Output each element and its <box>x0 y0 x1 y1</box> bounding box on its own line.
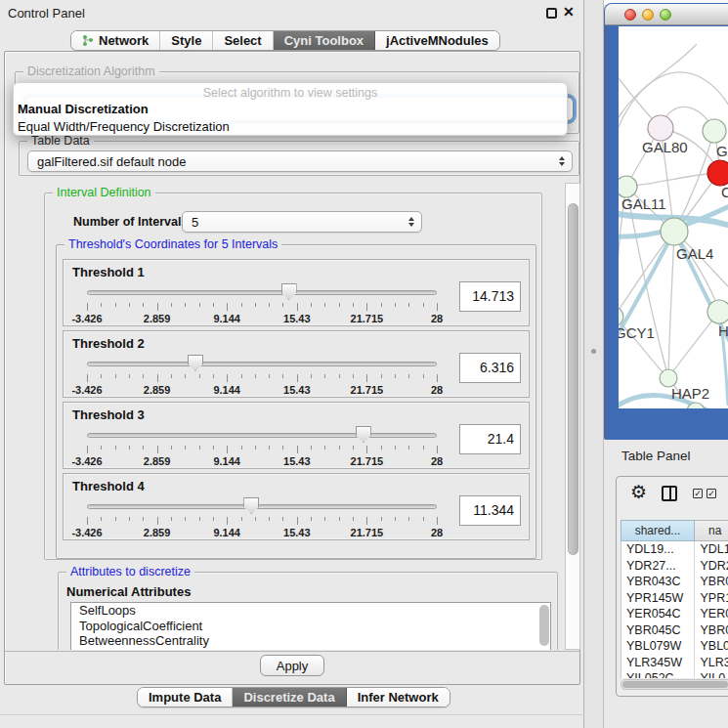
slider-ticks <box>87 374 437 382</box>
popup-option-equal-width-frequency[interactable]: Equal Width/Frequency Discretization <box>14 117 567 135</box>
threshold-slider[interactable]: -3.4262.8599.14415.4321.71528 <box>87 497 437 540</box>
tick-label: 2.859 <box>144 313 171 324</box>
network-node[interactable] <box>648 115 673 141</box>
checkbox-icon[interactable]: ✓ <box>707 489 716 498</box>
tick-mark <box>143 517 144 521</box>
apply-separator <box>5 651 579 652</box>
settings-vertical-scrollbar[interactable] <box>565 183 580 650</box>
network-canvas[interactable]: GAL80GACGAL11GAL4GCY1HHAP2 <box>619 26 728 408</box>
tick-mark <box>437 446 438 453</box>
tick-label: 15.43 <box>283 455 311 467</box>
node-attribute-table: shared... na YDL19... YDL1 YDR27... YDR2… <box>621 520 728 678</box>
tick-mark <box>185 517 186 521</box>
minimize-traffic-light[interactable] <box>642 9 654 21</box>
cell-shared-name: YBR045C <box>621 622 695 639</box>
table-row[interactable]: YDR27... YDR2 <box>621 558 728 575</box>
tab-impute-data[interactable]: Impute Data <box>138 688 233 707</box>
table-row[interactable]: YLR345W YLR3 <box>621 655 728 671</box>
slider-track[interactable] <box>87 433 437 438</box>
table-horizontal-scrollbar[interactable] <box>621 679 728 690</box>
threshold-slider[interactable]: -3.4262.8599.14415.4321.71528 <box>87 283 437 326</box>
window-titlebar[interactable] <box>605 4 728 25</box>
tick-mark <box>157 374 158 382</box>
table-data-combobox[interactable]: galFiltered.sif default node <box>27 150 573 172</box>
network-node[interactable] <box>707 300 728 323</box>
slider-track[interactable] <box>87 504 437 509</box>
tick-mark <box>366 446 367 453</box>
close-icon[interactable]: ✕ <box>563 4 575 20</box>
tick-mark <box>199 517 200 521</box>
table-panel-title: Table Panel <box>621 449 691 463</box>
node-label: H <box>718 322 728 339</box>
tick-mark <box>185 303 186 307</box>
scrollbar-thumb[interactable] <box>622 681 728 688</box>
cyni-toolbox-content: Discretization Algorithm Select algorith… <box>4 51 580 685</box>
table-row[interactable]: YIL052C YIL0 <box>621 670 728 678</box>
tick-mark <box>339 446 340 450</box>
network-node[interactable] <box>661 218 688 245</box>
number-of-intervals-combobox[interactable]: 5 <box>182 211 422 233</box>
scrollbar-thumb[interactable] <box>568 203 578 555</box>
cell-name: YBL0 <box>695 638 728 655</box>
popup-option-manual-discretization[interactable]: Manual Discretization <box>14 100 567 117</box>
cell-name: YLR3 <box>695 655 728 671</box>
numerical-attributes-list[interactable]: SelfLoopsTopologicalCoefficientBetweenne… <box>70 602 551 650</box>
network-node[interactable] <box>703 119 726 143</box>
tick-label: -3.426 <box>71 455 102 467</box>
slider-handle[interactable] <box>281 283 297 300</box>
tab-infer-network[interactable]: Infer Network <box>347 688 450 707</box>
table-row[interactable]: YBR043C YBR0 <box>621 574 728 590</box>
tick-mark <box>381 517 382 521</box>
zoom-traffic-light[interactable] <box>660 9 671 21</box>
slider-handle[interactable] <box>356 426 371 443</box>
list-scrollbar-thumb[interactable] <box>539 605 549 646</box>
table-row[interactable]: YPR145W YPR1 <box>621 590 728 607</box>
tick-mark <box>115 517 116 521</box>
tick-mark <box>408 374 409 378</box>
split-columns-icon[interactable] <box>662 486 677 501</box>
table-row[interactable]: YDL19... YDL1 <box>621 541 728 558</box>
slider-track[interactable] <box>87 362 437 366</box>
slider-track[interactable] <box>87 290 437 295</box>
threshold-value-field[interactable]: 21.4 <box>459 424 521 454</box>
group-title: Table Data <box>27 134 94 148</box>
tick-mark <box>269 374 270 378</box>
column-header-name[interactable]: na <box>695 520 728 541</box>
threshold-slider[interactable]: -3.4262.8599.14415.4321.71528 <box>87 426 437 469</box>
threshold-value-field[interactable]: 6.316 <box>459 353 521 383</box>
cell-shared-name: YDL19... <box>621 541 695 558</box>
network-node[interactable] <box>707 160 728 186</box>
attribute-item[interactable]: BetweennessCentrality <box>71 633 550 649</box>
table-row[interactable]: YER054C YER0 <box>621 606 728 622</box>
attributes-group: Attributes to discretize Numerical Attri… <box>58 572 558 650</box>
checkbox-icon[interactable]: ✓ <box>693 489 703 498</box>
table-row[interactable]: YBR045C YBR0 <box>621 622 728 639</box>
cell-name: YDL1 <box>695 541 728 558</box>
slider-handle[interactable] <box>188 355 203 371</box>
threshold-value-field[interactable]: 14.713 <box>459 281 521 312</box>
tab-discretize-data[interactable]: Discretize Data <box>233 688 346 707</box>
attribute-item[interactable]: SelfLoops <box>71 603 550 619</box>
attribute-item[interactable]: TopologicalCoefficient <box>71 619 550 634</box>
close-traffic-light[interactable] <box>624 9 636 21</box>
threshold-slider[interactable]: -3.4262.8599.14415.4321.71528 <box>87 355 437 398</box>
tab-cyni-toolbox[interactable]: Cyni Toolbox <box>274 31 375 50</box>
group-title: Attributes to discretize <box>66 565 194 578</box>
split-pane-divider[interactable] <box>584 0 604 728</box>
tab-style[interactable]: Style <box>160 31 213 50</box>
apply-button[interactable]: Apply <box>260 655 324 676</box>
tab-select[interactable]: Select <box>213 31 273 50</box>
threshold-value-field[interactable]: 11.344 <box>459 495 521 526</box>
network-node[interactable] <box>619 176 637 197</box>
tab-label: Impute Data <box>149 690 221 705</box>
tick-mark <box>241 303 242 307</box>
float-window-icon[interactable] <box>546 8 557 19</box>
tick-label: 28 <box>431 384 443 396</box>
gear-icon[interactable]: ⚙ <box>630 481 647 503</box>
column-header-shared[interactable]: shared... <box>621 520 695 541</box>
tab-jactivemnodules[interactable]: jActiveMNodules <box>375 31 499 50</box>
cell-name: YIL0 <box>695 670 728 678</box>
slider-handle[interactable] <box>243 497 259 514</box>
table-row[interactable]: YBL079W YBL0 <box>621 638 728 655</box>
tab-network[interactable]: Network <box>71 31 160 50</box>
